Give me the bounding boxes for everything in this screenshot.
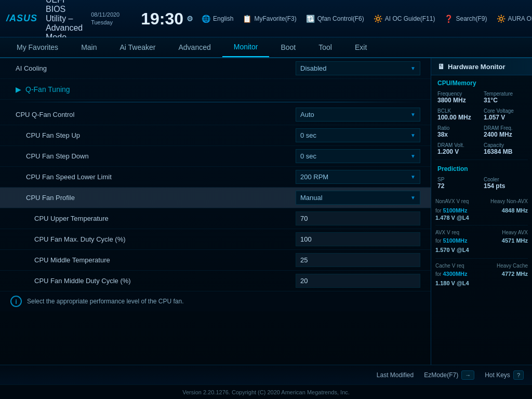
cpu-qfan-label: CPU Q-Fan Control: [16, 111, 296, 118]
cpu-fan-speed-lower-label: CPU Fan Speed Lower Limit: [16, 173, 296, 181]
dropdown-arrow-icon: ▼: [410, 174, 416, 180]
hw-dram-volt: DRAM Volt. 1.200 V: [435, 140, 482, 157]
nav-monitor[interactable]: Monitor: [222, 37, 270, 57]
cpu-fan-profile-row: CPU Fan Profile Manual ▼: [0, 188, 431, 208]
cpu-middle-temp-input[interactable]: 25: [296, 253, 420, 267]
nav-boot[interactable]: Boot: [269, 37, 307, 57]
nav-advanced[interactable]: Advanced: [167, 37, 222, 57]
cpu-fan-step-up-row: CPU Fan Step Up 0 sec ▼: [0, 125, 431, 146]
cpu-upper-temp-input[interactable]: 70: [296, 211, 420, 225]
fan-icon: 🔃: [306, 15, 315, 23]
nav-ai-tweaker[interactable]: Ai Tweaker: [108, 37, 167, 57]
myfavorite-button[interactable]: 📋 MyFavorite(F3): [243, 15, 296, 23]
last-modified-button[interactable]: Last Modified: [377, 371, 414, 379]
hw-bclk: BCLK 100.00 MHz: [435, 106, 482, 123]
favorite-icon: 📋: [243, 15, 251, 23]
cpu-qfan-value: Auto ▼: [296, 108, 420, 122]
q-fan-section-header[interactable]: ▶ Q-Fan Tuning: [0, 79, 431, 100]
hw-core-voltage: Core Voltage 1.057 V: [482, 106, 528, 123]
main-area: AI Cooling Disabled ▼ ▶ Q-Fan Tuning C: [0, 58, 532, 365]
hw-divider-3: [435, 258, 528, 259]
hw-panel-header: 🖥 Hardware Monitor: [431, 58, 532, 75]
english-button[interactable]: 🌐 English: [202, 15, 233, 23]
cpu-fan-step-up-label: CPU Fan Step Up: [16, 131, 296, 139]
aura-icon: 🔆: [497, 15, 506, 23]
cpu-fan-step-down-dropdown[interactable]: 0 sec ▼: [296, 149, 420, 163]
nav-my-favorites[interactable]: My Favorites: [5, 37, 70, 57]
prediction-title: Prediction: [431, 162, 532, 175]
date-display: 08/11/2020 Tuesday: [91, 11, 119, 26]
cpu-fan-max-duty-input[interactable]: 100: [296, 232, 420, 246]
ai-cooling-value: Disabled ▼: [296, 61, 420, 75]
monitor-icon: 🖥: [437, 62, 445, 71]
hw-panel-title: Hardware Monitor: [448, 63, 506, 71]
search-button[interactable]: ❓ Search(F9): [444, 15, 487, 23]
pred-cache: Cache V req Heavy Cache for 4300MHz 4772…: [431, 261, 532, 289]
info-text: Select the appropriate performance level…: [27, 298, 184, 305]
cpu-qfan-dropdown[interactable]: Auto ▼: [296, 108, 420, 122]
search-icon: ❓: [444, 15, 453, 23]
cpu-fan-speed-lower-row: CPU Fan Speed Lower Limit 200 RPM ▼: [0, 167, 431, 188]
asus-logo-text: /ASUS: [6, 13, 37, 24]
nav-exit[interactable]: Exit: [343, 37, 378, 57]
cpu-fan-step-up-dropdown[interactable]: 0 sec ▼: [296, 128, 420, 142]
cpu-memory-grid: Frequency 3800 MHz Temperature 31°C BCLK…: [431, 89, 532, 157]
cpu-fan-speed-lower-value: 200 RPM ▼: [296, 170, 420, 184]
footer: Version 2.20.1276. Copyright (C) 2020 Am…: [0, 384, 532, 399]
cpu-fan-max-duty-value: 100: [296, 232, 420, 246]
bios-title: UEFI BIOS Utility – Advanced Mode: [46, 0, 83, 42]
info-bar: i Select the appropriate performance lev…: [0, 291, 431, 311]
prediction-sp-grid: SP 72 Cooler 154 pts: [431, 175, 532, 194]
asus-logo: /ASUS: [6, 13, 37, 24]
dropdown-arrow-icon: ▼: [410, 65, 416, 71]
q-fan-title: ▶ Q-Fan Tuning: [16, 85, 70, 94]
settings-panel: AI Cooling Disabled ▼ ▶ Q-Fan Tuning C: [0, 58, 431, 365]
expand-arrow-icon: ▶: [16, 85, 21, 94]
cpu-middle-temp-row: CPU Middle Temperature 25: [0, 250, 431, 271]
pred-nonavx-top: NonAVX V req Heavy Non-AVX: [435, 196, 528, 205]
hw-capacity: Capacity 16384 MB: [482, 140, 528, 157]
cpu-qfan-row: CPU Q-Fan Control Auto ▼: [0, 104, 431, 125]
hot-keys-key: ?: [513, 370, 524, 380]
cpu-memory-title: CPU/Memory: [431, 75, 532, 89]
cpu-middle-temp-label: CPU Middle Temperature: [16, 256, 296, 264]
bottom-bar: Last Modified EzMode(F7) → Hot Keys ?: [0, 365, 532, 384]
ai-icon: 🔆: [374, 15, 382, 23]
cpu-fan-max-duty-row: CPU Fan Max. Duty Cycle (%) 100: [0, 229, 431, 250]
dropdown-arrow-icon: ▼: [410, 153, 416, 159]
hw-divider-2: [435, 225, 528, 225]
cpu-fan-step-up-value: 0 sec ▼: [296, 128, 420, 142]
nav-main[interactable]: Main: [70, 37, 108, 57]
nav-tool[interactable]: Tool: [307, 37, 343, 57]
datetime: 08/11/2020 Tuesday: [91, 11, 132, 26]
cpu-fan-profile-dropdown[interactable]: Manual ▼: [296, 191, 420, 205]
time-value: 19:30: [141, 10, 183, 27]
dropdown-arrow-icon: ▼: [410, 195, 416, 201]
ez-mode-button[interactable]: EzMode(F7) →: [424, 370, 474, 380]
ai-cooling-label: AI Cooling: [16, 64, 296, 72]
cpu-fan-middle-duty-input[interactable]: 20: [296, 274, 420, 288]
aura-button[interactable]: 🔆 AURA ON/OFF(F4): [497, 15, 533, 23]
ai-oc-button[interactable]: 🔆 AI OC Guide(F11): [374, 15, 435, 23]
info-icon: i: [10, 296, 22, 307]
ez-mode-key: →: [461, 370, 474, 380]
nav-bar: My Favorites Main Ai Tweaker Advanced Mo…: [0, 37, 532, 58]
hw-temperature: Temperature 31°C: [482, 89, 528, 106]
dropdown-arrow-icon: ▼: [410, 112, 416, 117]
cpu-upper-temp-label: CPU Upper Temperature: [16, 215, 296, 222]
dropdown-arrow-icon: ▼: [410, 132, 416, 138]
cpu-fan-middle-duty-label: CPU Fan Middle Duty Cycle (%): [16, 277, 296, 285]
hw-dram-freq: DRAM Freq. 2400 MHz: [482, 123, 528, 140]
top-bar: /ASUS UEFI BIOS Utility – Advanced Mode …: [0, 0, 532, 37]
settings-gear-icon[interactable]: ⚙: [187, 15, 193, 22]
cpu-fan-speed-lower-dropdown[interactable]: 200 RPM ▼: [296, 170, 420, 184]
pred-avx: AVX V req Heavy AVX for 5100MHz 4571 MHz…: [431, 228, 532, 256]
hot-keys-button[interactable]: Hot Keys ?: [485, 370, 524, 380]
cpu-upper-temp-row: CPU Upper Temperature 70: [0, 208, 431, 229]
cpu-fan-step-down-value: 0 sec ▼: [296, 149, 420, 163]
pred-nonavx: NonAVX V req Heavy Non-AVX for 5100MHz 4…: [431, 194, 532, 223]
qfan-button[interactable]: 🔃 Qfan Control(F6): [306, 15, 364, 23]
cpu-fan-step-down-row: CPU Fan Step Down 0 sec ▼: [0, 146, 431, 167]
ai-cooling-dropdown[interactable]: Disabled ▼: [296, 61, 420, 75]
cpu-fan-max-duty-label: CPU Fan Max. Duty Cycle (%): [16, 235, 296, 243]
